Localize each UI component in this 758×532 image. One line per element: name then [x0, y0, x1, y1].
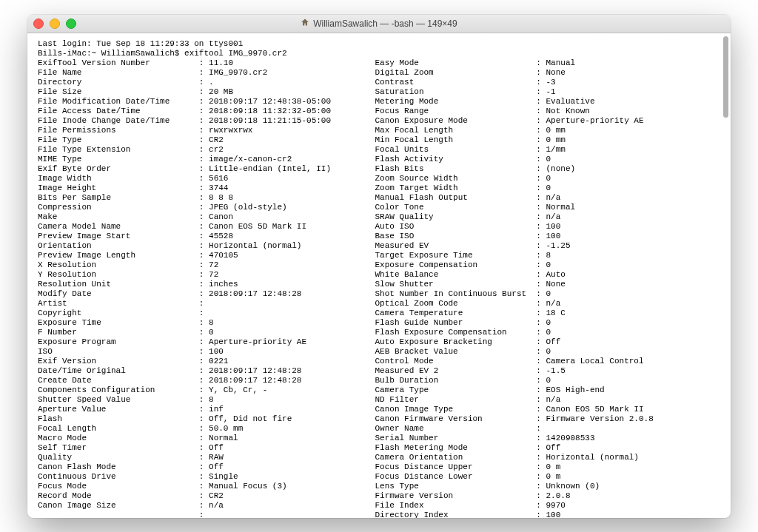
home-icon — [301, 18, 309, 29]
terminal-window: WilliamSawalich — -bash — 149×49 Last lo… — [27, 15, 731, 518]
window-title: WilliamSawalich — -bash — 149×49 — [27, 18, 731, 29]
terminal-scroll-area[interactable]: Last login: Tue Sep 18 11:29:33 on ttys0… — [27, 33, 731, 518]
scrollbar-thumb[interactable] — [723, 36, 728, 118]
terminal-content: Last login: Tue Sep 18 11:29:33 on ttys0… — [27, 33, 731, 518]
traffic-lights — [33, 18, 76, 29]
scrollbar-track[interactable] — [722, 36, 728, 515]
close-icon[interactable] — [33, 18, 44, 29]
zoom-icon[interactable] — [66, 18, 76, 29]
minimize-icon[interactable] — [50, 18, 60, 29]
titlebar[interactable]: WilliamSawalich — -bash — 149×49 — [27, 15, 731, 33]
window-title-text: WilliamSawalich — -bash — 149×49 — [313, 18, 457, 29]
terminal-output[interactable]: Last login: Tue Sep 18 11:29:33 on ttys0… — [38, 39, 723, 518]
